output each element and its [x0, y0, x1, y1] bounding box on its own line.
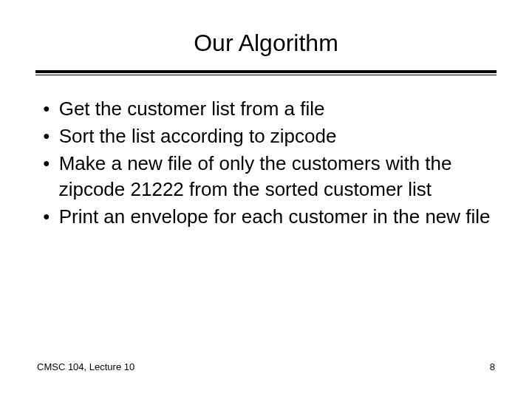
- footer-course: CMSC 104, Lecture 10: [37, 361, 134, 372]
- slide: Our Algorithm ● Get the customer list fr…: [0, 0, 532, 399]
- bullet-text: Make a new file of only the customers wi…: [59, 151, 492, 202]
- divider-thin: [35, 75, 497, 75]
- bullet-text: Get the customer list from a file: [59, 96, 492, 122]
- list-item: ● Get the customer list from a file: [40, 96, 492, 122]
- page-number: 8: [490, 361, 495, 372]
- bullet-icon: ●: [43, 204, 50, 229]
- list-item: ● Make a new file of only the customers …: [40, 151, 492, 202]
- slide-title: Our Algorithm: [35, 30, 497, 57]
- list-item: ● Sort the list according to zipcode: [40, 123, 492, 149]
- bullet-icon: ●: [43, 96, 50, 121]
- bullet-icon: ●: [43, 123, 50, 149]
- bullet-text: Print an envelope for each customer in t…: [59, 204, 492, 230]
- footer: CMSC 104, Lecture 10 8: [35, 361, 497, 377]
- bullet-text: Sort the list according to zipcode: [59, 123, 492, 149]
- list-item: ● Print an envelope for each customer in…: [40, 204, 492, 230]
- content-area: ● Get the customer list from a file ● So…: [35, 96, 497, 361]
- divider-thick: [35, 70, 497, 73]
- bullet-icon: ●: [43, 151, 50, 176]
